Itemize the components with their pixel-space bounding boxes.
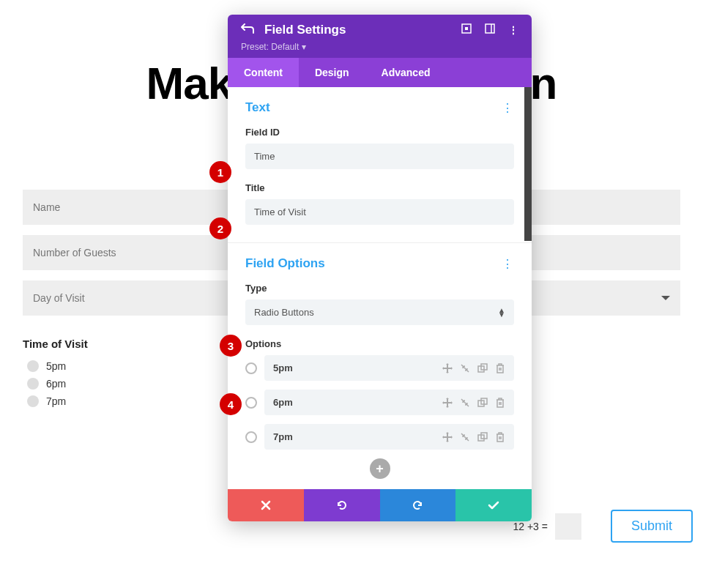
type-select[interactable]: Radio Buttons ▲▼ xyxy=(245,299,514,325)
section-text: Text ⋮ Field ID Title xyxy=(228,87,532,243)
option-row-5pm: 5pm xyxy=(245,355,514,381)
trash-icon[interactable] xyxy=(495,363,505,373)
captcha-label: 12 +3 = xyxy=(513,521,548,532)
radio-icon[interactable] xyxy=(245,362,257,374)
move-icon[interactable] xyxy=(442,398,453,408)
radio-icon xyxy=(27,395,39,407)
duplicate-icon[interactable] xyxy=(477,432,488,442)
link-icon[interactable] xyxy=(460,432,470,442)
save-button[interactable] xyxy=(455,489,532,521)
option-row-7pm: 7pm xyxy=(245,424,514,450)
day-select-label: Day of Visit xyxy=(33,292,85,304)
kebab-icon[interactable]: ⋮ xyxy=(508,24,518,36)
option-input[interactable]: 6pm xyxy=(264,390,514,415)
sidebar-toggle-icon[interactable] xyxy=(485,23,495,36)
back-icon[interactable] xyxy=(241,22,254,37)
section-field-options: Field Options ⋮ Type Radio Buttons ▲▼ Op… xyxy=(228,243,532,489)
submit-button[interactable]: Submit xyxy=(611,510,693,543)
field-settings-panel: Field Settings ⋮ Preset: Default ▾ Conte… xyxy=(228,15,532,521)
move-icon[interactable] xyxy=(442,363,453,373)
options-label: Options xyxy=(245,338,514,349)
panel-header: Field Settings ⋮ Preset: Default ▾ xyxy=(228,15,532,58)
captcha-input[interactable] xyxy=(555,513,581,540)
cancel-button[interactable] xyxy=(228,489,304,521)
callout-badge-3: 3 xyxy=(220,335,242,357)
svg-rect-2 xyxy=(486,24,494,33)
tab-design[interactable]: Design xyxy=(299,58,365,87)
title-input[interactable] xyxy=(245,199,514,225)
radio-icon[interactable] xyxy=(245,397,257,409)
callout-badge-2: 2 xyxy=(209,217,231,239)
trash-icon[interactable] xyxy=(495,398,505,408)
link-icon[interactable] xyxy=(460,398,470,408)
tab-content[interactable]: Content xyxy=(228,58,299,87)
sort-icon: ▲▼ xyxy=(498,308,505,317)
undo-button[interactable] xyxy=(304,489,380,521)
radio-label: 7pm xyxy=(46,395,66,407)
section-menu-icon[interactable]: ⋮ xyxy=(502,101,514,115)
chevron-down-icon: ▾ xyxy=(302,42,306,52)
chevron-down-icon xyxy=(661,296,670,300)
option-input[interactable]: 7pm xyxy=(264,424,514,450)
type-value: Radio Buttons xyxy=(254,307,314,318)
radio-label: 5pm xyxy=(46,360,66,372)
redo-button[interactable] xyxy=(380,489,456,521)
panel-title: Field Settings xyxy=(264,23,346,37)
callout-badge-1: 1 xyxy=(209,161,231,183)
svg-rect-1 xyxy=(465,27,468,30)
settings-tabs: Content Design Advanced xyxy=(228,58,532,87)
section-title-field-options: Field Options xyxy=(245,256,325,271)
panel-footer xyxy=(228,489,532,521)
preset-selector[interactable]: Preset: Default ▾ xyxy=(241,42,518,52)
radio-label: 6pm xyxy=(46,378,66,390)
option-value: 6pm xyxy=(273,397,293,408)
radio-icon xyxy=(27,360,39,372)
title-label: Title xyxy=(245,182,514,193)
option-row-6pm: 6pm xyxy=(245,390,514,415)
section-menu-icon[interactable]: ⋮ xyxy=(502,257,514,271)
option-input[interactable]: 5pm xyxy=(264,355,514,381)
option-value: 5pm xyxy=(273,362,293,373)
type-label: Type xyxy=(245,283,514,294)
radio-icon xyxy=(27,378,39,390)
panel-body: Text ⋮ Field ID Title Field Options ⋮ Ty… xyxy=(228,87,532,489)
field-id-label: Field ID xyxy=(245,127,514,138)
tab-advanced[interactable]: Advanced xyxy=(365,58,447,87)
duplicate-icon[interactable] xyxy=(477,363,488,373)
section-title-text: Text xyxy=(245,100,270,115)
field-id-input[interactable] xyxy=(245,144,514,169)
option-value: 7pm xyxy=(273,431,293,442)
expand-icon[interactable] xyxy=(461,23,472,36)
link-icon[interactable] xyxy=(460,363,470,373)
duplicate-icon[interactable] xyxy=(477,398,488,408)
radio-icon[interactable] xyxy=(245,431,257,443)
captcha-row: 12 +3 = Submit xyxy=(513,510,693,543)
scrollbar[interactable] xyxy=(524,87,532,241)
add-option-button[interactable]: + xyxy=(370,458,390,479)
trash-icon[interactable] xyxy=(495,432,505,442)
callout-badge-4: 4 xyxy=(220,393,242,415)
move-icon[interactable] xyxy=(442,432,453,442)
